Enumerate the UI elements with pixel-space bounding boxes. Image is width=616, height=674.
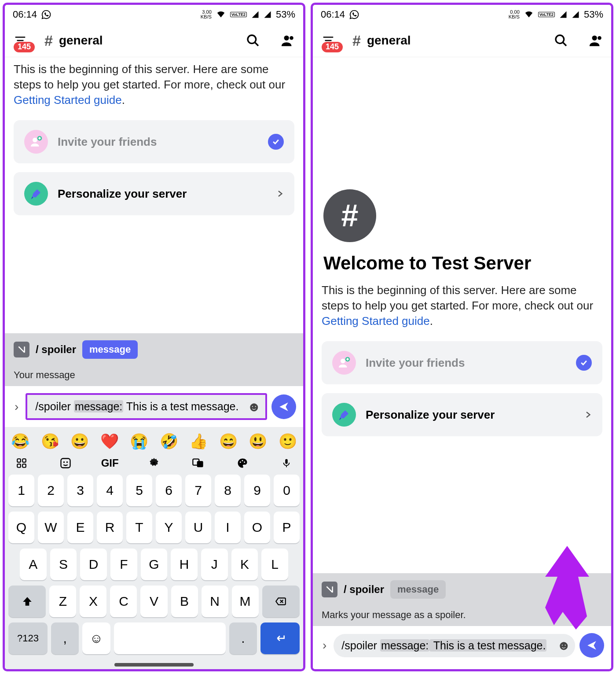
key[interactable]: 3 bbox=[67, 475, 93, 506]
emoji-picker-icon[interactable]: ☻ bbox=[247, 399, 261, 414]
key[interactable]: X bbox=[80, 586, 106, 617]
members-icon[interactable] bbox=[280, 33, 295, 48]
backspace-key[interactable] bbox=[262, 586, 300, 617]
palette-icon[interactable] bbox=[232, 457, 253, 469]
message-input[interactable]: /spoiler message: This is a test message… bbox=[26, 393, 267, 420]
key[interactable]: R bbox=[97, 512, 123, 543]
emoji-picker-icon[interactable]: ☻ bbox=[557, 638, 571, 653]
grid-icon[interactable] bbox=[11, 457, 32, 469]
key[interactable]: A bbox=[20, 549, 47, 580]
emoji-key[interactable]: ❤️ bbox=[100, 432, 119, 450]
key[interactable]: 8 bbox=[215, 475, 241, 506]
signal-icon-2 bbox=[572, 11, 579, 18]
emoji-key[interactable]: 😘 bbox=[41, 432, 59, 450]
search-icon[interactable] bbox=[554, 33, 568, 48]
dot-key[interactable]: . bbox=[229, 622, 257, 654]
getting-started-link[interactable]: Getting Started guide bbox=[14, 93, 122, 107]
space-key[interactable] bbox=[114, 622, 226, 654]
key[interactable]: S bbox=[50, 549, 77, 580]
home-indicator[interactable] bbox=[114, 663, 194, 667]
personalize-card[interactable]: Personalize your server bbox=[322, 393, 602, 436]
shift-key[interactable] bbox=[8, 586, 46, 617]
key[interactable]: G bbox=[141, 549, 168, 580]
key[interactable]: Z bbox=[49, 586, 76, 617]
svg-point-2 bbox=[290, 36, 293, 40]
command-name[interactable]: / spoiler bbox=[344, 583, 384, 596]
command-arg-pill[interactable]: message bbox=[390, 580, 446, 599]
gear-icon[interactable] bbox=[143, 457, 165, 469]
key[interactable]: C bbox=[110, 586, 137, 617]
key[interactable]: 4 bbox=[97, 475, 123, 506]
sticker-icon[interactable] bbox=[55, 457, 76, 469]
invite-card[interactable]: Invite your friends bbox=[322, 341, 602, 384]
key[interactable]: 5 bbox=[126, 475, 152, 506]
svg-point-11 bbox=[66, 461, 68, 463]
key[interactable]: 1 bbox=[8, 475, 34, 506]
gif-key[interactable]: GIF bbox=[99, 457, 121, 469]
invite-card[interactable]: Invite your friends bbox=[14, 120, 294, 163]
emoji-key[interactable]: ☺ bbox=[82, 622, 110, 654]
key[interactable]: T bbox=[126, 512, 152, 543]
send-button[interactable] bbox=[271, 394, 296, 419]
getting-started-link[interactable]: Getting Started guide bbox=[322, 314, 430, 328]
key[interactable]: 7 bbox=[185, 475, 211, 506]
emoji-key[interactable]: 👍 bbox=[189, 432, 208, 450]
channel-name[interactable]: general bbox=[59, 33, 103, 48]
emoji-key[interactable]: 😭 bbox=[130, 432, 148, 450]
key[interactable]: B bbox=[171, 586, 198, 617]
svg-rect-14 bbox=[197, 461, 203, 467]
symbols-key[interactable]: ?123 bbox=[8, 622, 48, 654]
key[interactable]: Y bbox=[156, 512, 182, 543]
key[interactable]: H bbox=[171, 549, 198, 580]
check-icon bbox=[268, 134, 284, 150]
key[interactable]: L bbox=[261, 549, 288, 580]
whatsapp-icon bbox=[349, 10, 359, 19]
key[interactable]: D bbox=[80, 549, 107, 580]
message-input[interactable]: /spoiler message: This is a test message… bbox=[334, 634, 575, 657]
command-arg-pill[interactable]: message bbox=[82, 340, 138, 359]
mic-icon[interactable] bbox=[276, 457, 297, 469]
emoji-key[interactable]: 😃 bbox=[249, 432, 267, 450]
key[interactable]: 0 bbox=[274, 475, 300, 506]
key[interactable]: F bbox=[110, 549, 137, 580]
key[interactable]: 2 bbox=[38, 475, 64, 506]
emoji-key[interactable]: 🙂 bbox=[279, 432, 297, 450]
key[interactable]: O bbox=[244, 512, 270, 543]
clock: 06:14 bbox=[321, 9, 345, 20]
command-name[interactable]: / spoiler bbox=[36, 343, 76, 356]
key[interactable]: 9 bbox=[244, 475, 270, 506]
key[interactable]: W bbox=[38, 512, 64, 543]
expand-icon[interactable]: › bbox=[320, 638, 329, 652]
send-button[interactable] bbox=[579, 633, 604, 658]
emoji-key[interactable]: 😀 bbox=[70, 432, 89, 450]
key[interactable]: J bbox=[201, 549, 228, 580]
enter-key[interactable] bbox=[260, 622, 300, 654]
notification-badge[interactable]: 145 bbox=[322, 42, 343, 52]
key[interactable]: Q bbox=[8, 512, 34, 543]
key[interactable]: I bbox=[215, 512, 241, 543]
svg-rect-7 bbox=[17, 464, 21, 468]
emoji-key[interactable]: 😂 bbox=[11, 432, 29, 450]
emoji-key[interactable]: 🤣 bbox=[160, 432, 178, 450]
big-hash-icon: # bbox=[323, 189, 376, 242]
channel-hash-icon: # bbox=[44, 32, 53, 49]
key[interactable]: U bbox=[185, 512, 211, 543]
members-icon[interactable] bbox=[588, 33, 603, 48]
search-icon[interactable] bbox=[246, 33, 260, 48]
channel-name[interactable]: general bbox=[367, 33, 411, 48]
expand-icon[interactable]: › bbox=[12, 400, 21, 414]
personalize-card[interactable]: Personalize your server bbox=[14, 172, 294, 215]
key[interactable]: K bbox=[231, 549, 258, 580]
emoji-key[interactable]: 😄 bbox=[219, 432, 238, 450]
notification-badge[interactable]: 145 bbox=[14, 42, 35, 52]
key[interactable]: P bbox=[274, 512, 300, 543]
comma-key[interactable]: , bbox=[51, 622, 79, 654]
translate-icon[interactable] bbox=[187, 457, 209, 469]
key[interactable]: V bbox=[140, 586, 167, 617]
key[interactable]: 6 bbox=[156, 475, 182, 506]
key[interactable]: E bbox=[67, 512, 93, 543]
key[interactable]: N bbox=[202, 586, 228, 617]
key[interactable]: M bbox=[232, 586, 259, 617]
personalize-label: Personalize your server bbox=[58, 187, 266, 201]
message-input-row: › /spoiler message: This is a test messa… bbox=[313, 626, 611, 669]
